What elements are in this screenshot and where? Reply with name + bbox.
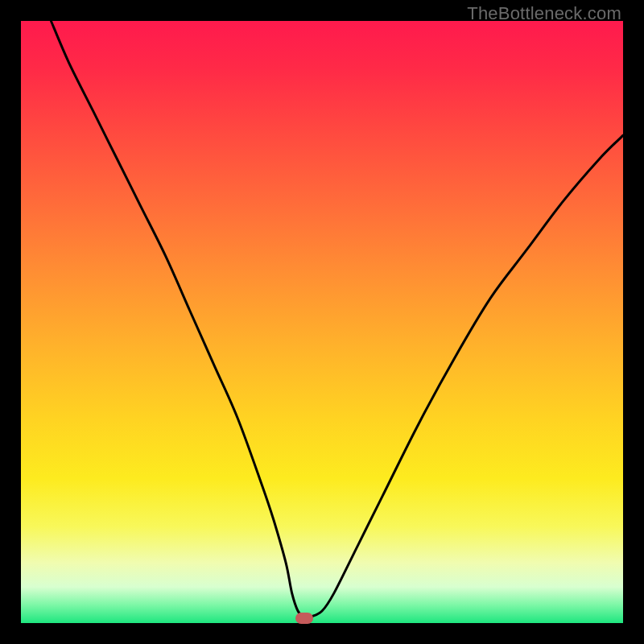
minimum-marker [295,613,313,624]
outer-frame: TheBottleneck.com [0,0,644,644]
watermark-text: TheBottleneck.com [467,3,621,24]
bottleneck-curve [51,21,623,617]
curve-layer [21,21,623,623]
